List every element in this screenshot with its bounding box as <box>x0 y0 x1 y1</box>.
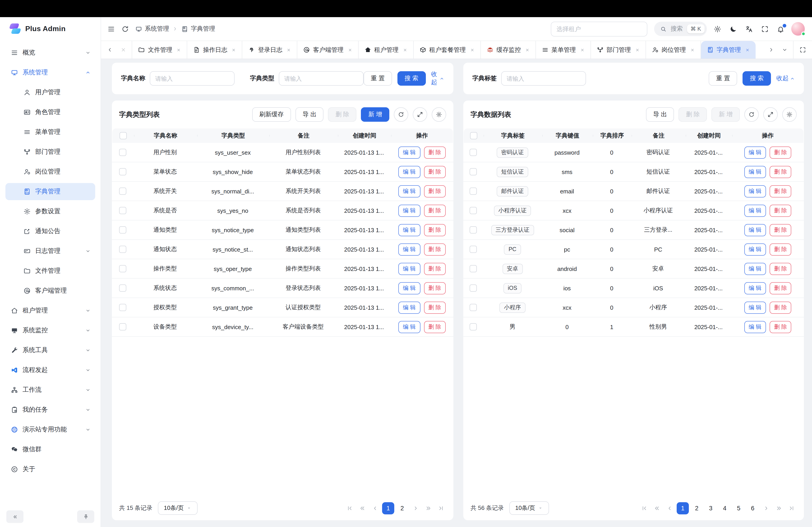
collapse-search-link[interactable]: 收起 <box>431 70 444 87</box>
pin-icon[interactable] <box>77 510 94 523</box>
export-button[interactable]: 导 出 <box>646 107 674 122</box>
delete-button[interactable]: 删 除 <box>424 224 446 236</box>
sidebar-item[interactable]: 字典管理 <box>5 183 95 200</box>
edit-button[interactable]: 编 辑 <box>398 185 420 197</box>
delete-button[interactable]: 删 除 <box>770 301 792 314</box>
pg-next2-icon[interactable] <box>423 503 434 513</box>
sidebar-item[interactable]: 演示站专用功能 <box>5 421 95 438</box>
close-icon[interactable] <box>231 48 236 52</box>
gear-icon[interactable] <box>782 107 797 122</box>
reset-button[interactable]: 重 置 <box>709 71 737 86</box>
close-icon[interactable] <box>745 48 750 52</box>
edit-button[interactable]: 编 辑 <box>744 301 766 314</box>
edit-button[interactable]: 编 辑 <box>398 262 420 275</box>
row-checkbox[interactable] <box>119 149 126 156</box>
edit-button[interactable]: 编 辑 <box>744 243 766 255</box>
sidebar-item[interactable]: 文件管理 <box>5 262 95 280</box>
page-number[interactable]: 1 <box>382 502 394 514</box>
edit-button[interactable]: 编 辑 <box>744 205 766 216</box>
tab[interactable]: 岗位管理 <box>646 41 701 59</box>
row-checkbox[interactable] <box>119 265 126 272</box>
edit-button[interactable]: 编 辑 <box>398 243 420 255</box>
search-button[interactable]: 搜 索 <box>397 71 426 86</box>
delete-button[interactable]: 删 除 <box>424 205 446 216</box>
close-icon[interactable] <box>470 48 474 52</box>
edit-button[interactable]: 编 辑 <box>398 166 420 178</box>
refresh-icon[interactable] <box>744 107 759 122</box>
chevron-right-icon[interactable] <box>765 44 777 56</box>
sidebar-item[interactable]: 我的任务 <box>5 401 95 418</box>
select-all-checkbox[interactable] <box>119 132 127 139</box>
tab[interactable]: 租户管理 <box>359 41 414 59</box>
pg-last-icon[interactable] <box>435 503 446 513</box>
sidebar-item[interactable]: 微信群 <box>5 441 95 458</box>
sidebar-item[interactable]: 通知公告 <box>5 223 95 240</box>
row-checkbox[interactable] <box>119 226 126 234</box>
collapse-left-icon[interactable] <box>6 510 24 523</box>
breadcrumb-item[interactable]: 系统管理 <box>135 25 178 33</box>
delete-button[interactable]: 删 除 <box>770 146 792 159</box>
edit-button[interactable]: 编 辑 <box>398 224 420 236</box>
pg-next2-icon[interactable] <box>773 503 784 513</box>
search-field-input[interactable] <box>279 71 364 86</box>
row-checkbox[interactable] <box>119 323 126 330</box>
tab[interactable]: 缓存监控 <box>481 41 536 59</box>
page-number[interactable]: 6 <box>746 502 759 514</box>
delete-button[interactable]: 删 除 <box>424 301 446 314</box>
collapse-search-link[interactable]: 收起 <box>777 74 795 82</box>
delete-button[interactable]: 删 除 <box>770 243 792 255</box>
page-number[interactable]: 2 <box>691 502 703 514</box>
delete-button[interactable]: 删 除 <box>424 185 446 197</box>
pg-prev-icon[interactable] <box>369 503 380 513</box>
row-checkbox[interactable] <box>469 168 477 175</box>
tab[interactable]: 字典管理 <box>701 41 755 59</box>
pg-last-icon[interactable] <box>786 503 797 513</box>
breadcrumb-item[interactable]: 字典管理 <box>182 25 215 33</box>
pg-prev2-icon[interactable] <box>357 503 368 513</box>
row-checkbox[interactable] <box>119 168 126 175</box>
row-checkbox[interactable] <box>469 149 477 156</box>
close-icon[interactable] <box>117 44 129 56</box>
select-all-checkbox[interactable] <box>470 132 477 139</box>
expand-icon[interactable] <box>413 107 427 122</box>
search-field-input[interactable] <box>150 71 235 86</box>
tenant-select-input[interactable] <box>551 21 647 36</box>
sidebar-item[interactable]: 系统工具 <box>5 342 95 359</box>
sidebar-item[interactable]: 日志管理 <box>5 243 95 260</box>
pg-first-icon[interactable] <box>639 503 650 513</box>
sidebar-item[interactable]: 关于 <box>5 461 95 478</box>
row-checkbox[interactable] <box>119 207 126 214</box>
row-checkbox[interactable] <box>469 304 477 311</box>
tab[interactable]: 文件管理 <box>132 41 187 59</box>
row-checkbox[interactable] <box>119 246 126 253</box>
sidebar-item[interactable]: 用户管理 <box>5 84 95 101</box>
delete-button[interactable]: 删 除 <box>424 166 446 178</box>
moon-icon[interactable] <box>729 25 737 33</box>
page-size-select[interactable]: 10条/页 <box>158 501 197 515</box>
close-icon[interactable] <box>690 48 695 52</box>
refresh-icon[interactable] <box>394 107 408 122</box>
delete-button[interactable]: 删 除 <box>770 205 792 216</box>
edit-button[interactable]: 编 辑 <box>398 282 420 294</box>
chevron-down-icon[interactable] <box>779 44 791 56</box>
sidebar-item[interactable]: 租户管理 <box>5 302 95 319</box>
edit-button[interactable]: 编 辑 <box>744 224 766 236</box>
close-icon[interactable] <box>348 48 352 52</box>
user-avatar[interactable] <box>791 22 805 35</box>
edit-button[interactable]: 编 辑 <box>398 301 420 314</box>
delete-button[interactable]: 删 除 <box>424 262 446 275</box>
tabbar-fullscreen-button[interactable] <box>793 41 812 59</box>
search-button[interactable]: 搜 索 <box>742 71 771 86</box>
pg-first-icon[interactable] <box>344 503 355 513</box>
edit-button[interactable]: 编 辑 <box>744 185 766 197</box>
edit-button[interactable]: 编 辑 <box>398 321 420 333</box>
row-checkbox[interactable] <box>119 284 126 292</box>
row-checkbox[interactable] <box>469 187 477 195</box>
pg-next-icon[interactable] <box>760 503 771 513</box>
export-button[interactable]: 导 出 <box>295 107 324 122</box>
page-number[interactable]: 2 <box>396 502 408 514</box>
row-checkbox[interactable] <box>119 304 126 311</box>
sidebar-item[interactable]: 工作流 <box>5 381 95 398</box>
edit-button[interactable]: 编 辑 <box>398 205 420 216</box>
sidebar-item[interactable]: 系统管理 <box>5 64 95 81</box>
